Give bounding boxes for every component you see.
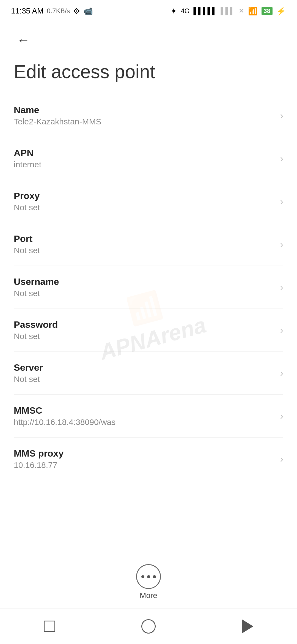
settings-item-content: ServerNot set	[14, 362, 275, 384]
chevron-right-icon: ›	[280, 411, 283, 421]
settings-item-content: PortNot set	[14, 233, 275, 255]
status-bar-left: 11:35 AM 0.7KB/s ⚙ 📹	[11, 7, 93, 16]
signal-bars-icon: ▌▌▌▌▌	[193, 7, 217, 15]
recents-icon	[44, 621, 55, 632]
status-bar-right: ✦ 4G ▌▌▌▌▌ ▌▌▌ ✕ 📶 38 ⚡	[170, 7, 286, 16]
header: ←	[0, 22, 297, 52]
chevron-right-icon: ›	[280, 239, 283, 250]
settings-item-label: Server	[14, 362, 275, 373]
settings-item-label: APN	[14, 148, 275, 158]
settings-item-content: NameTele2-Kazakhstan-MMS	[14, 105, 275, 126]
settings-item-value: Not set	[14, 332, 275, 341]
settings-item-label: MMSC	[14, 405, 275, 416]
settings-item-proxy[interactable]: ProxyNot set›	[14, 180, 283, 223]
settings-item-value: http://10.16.18.4:38090/was	[14, 417, 275, 427]
settings-item-name[interactable]: NameTele2-Kazakhstan-MMS›	[14, 94, 283, 137]
settings-item-value: 10.16.18.77	[14, 460, 275, 470]
settings-item-mms-proxy[interactable]: MMS proxy10.16.18.77›	[14, 438, 283, 480]
settings-item-mmsc[interactable]: MMSChttp://10.16.18.4:38090/was›	[14, 395, 283, 438]
settings-icon: ⚙	[73, 7, 80, 16]
settings-item-label: Password	[14, 319, 275, 330]
nav-back-button[interactable]	[237, 615, 258, 637]
time-display: 11:35 AM	[11, 7, 43, 15]
settings-item-value: Not set	[14, 289, 275, 298]
nav-bar	[0, 608, 297, 644]
settings-item-content: PasswordNot set	[14, 319, 275, 341]
more-dots-icon	[141, 575, 156, 578]
settings-item-label: Username	[14, 276, 275, 287]
settings-item-content: APNinternet	[14, 148, 275, 169]
status-bar: 11:35 AM 0.7KB/s ⚙ 📹 ✦ 4G ▌▌▌▌▌ ▌▌▌ ✕ 📶 …	[0, 0, 297, 22]
settings-item-value: Not set	[14, 375, 275, 384]
page-title: Edit access point	[0, 52, 297, 94]
nav-recents-button[interactable]	[38, 615, 61, 637]
more-label: More	[140, 591, 157, 600]
signal-bars2-icon: ▌▌▌	[221, 7, 235, 15]
chevron-right-icon: ›	[280, 282, 283, 293]
nav-home-button[interactable]	[138, 615, 160, 637]
settings-item-content: UsernameNot set	[14, 276, 275, 298]
settings-item-label: Port	[14, 233, 275, 244]
charge-icon: ⚡	[276, 7, 286, 16]
settings-item-value: Not set	[14, 203, 275, 212]
back-arrow-icon: ←	[17, 32, 30, 48]
back-icon	[242, 619, 253, 634]
chevron-right-icon: ›	[280, 325, 283, 335]
settings-item-username[interactable]: UsernameNot set›	[14, 266, 283, 309]
battery-icon: 38	[262, 7, 273, 15]
home-icon	[141, 619, 156, 634]
settings-item-label: MMS proxy	[14, 448, 275, 459]
settings-item-port[interactable]: PortNot set›	[14, 223, 283, 266]
settings-list: NameTele2-Kazakhstan-MMS›APNinternet›Pro…	[0, 94, 297, 480]
settings-item-content: MMS proxy10.16.18.77	[14, 448, 275, 470]
chevron-right-icon: ›	[280, 153, 283, 164]
bluetooth-icon: ✦	[170, 7, 177, 16]
settings-item-label: Name	[14, 105, 275, 115]
back-button[interactable]: ←	[14, 30, 33, 50]
signal-4g-icon: 4G	[181, 7, 189, 15]
settings-item-content: MMSChttp://10.16.18.4:38090/was	[14, 405, 275, 427]
settings-item-value: internet	[14, 160, 275, 169]
settings-item-value: Not set	[14, 246, 275, 255]
wifi-icon: 📶	[248, 7, 258, 16]
settings-item-password[interactable]: PasswordNot set›	[14, 309, 283, 352]
no-signal-icon: ✕	[239, 7, 244, 15]
more-circle-icon	[136, 564, 161, 589]
chevron-right-icon: ›	[280, 368, 283, 378]
settings-item-server[interactable]: ServerNot set›	[14, 352, 283, 395]
chevron-right-icon: ›	[280, 454, 283, 464]
more-button[interactable]: More	[136, 564, 161, 600]
settings-item-apn[interactable]: APNinternet›	[14, 137, 283, 180]
chevron-right-icon: ›	[280, 110, 283, 121]
speed-display: 0.7KB/s	[47, 7, 70, 15]
chevron-right-icon: ›	[280, 196, 283, 207]
settings-item-content: ProxyNot set	[14, 190, 275, 212]
video-icon: 📹	[83, 7, 93, 16]
settings-item-label: Proxy	[14, 190, 275, 201]
settings-item-value: Tele2-Kazakhstan-MMS	[14, 117, 275, 126]
